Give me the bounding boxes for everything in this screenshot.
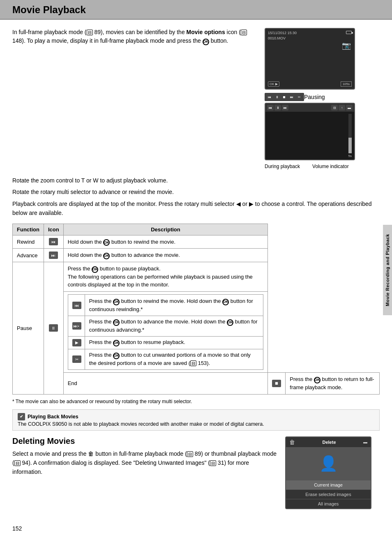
sub-rewind-icon: ⏮ <box>72 302 81 309</box>
para-controls: Playback controls are displayed at the t… <box>12 199 380 218</box>
table-row: ⏭▸ Press the OK button to advance the mo… <box>68 316 263 337</box>
icon-advance: ⏭ <box>44 249 63 262</box>
camera-timestamp: 15/11/2012 15:30 <box>268 31 297 35</box>
icon-end: ⏹ <box>268 373 286 394</box>
pb-pause-icon: ⏸ <box>274 105 281 111</box>
function-table: Function Icon Description Rewind ⏮ Hold … <box>12 224 380 395</box>
menu-item-current[interactable]: Current image <box>286 480 371 489</box>
pause-icon: ⏸ <box>274 94 280 100</box>
para-rotate: Rotate the rotary multi selector to adva… <box>12 187 380 196</box>
movie-options-icon: 📷 <box>342 41 351 50</box>
menu-item-all[interactable]: All images <box>286 499 371 508</box>
pause-control-bar: ⏮ ⏸ ⏹ ⏭ ✂ <box>265 93 304 101</box>
rewind-icon-box: ⏮ <box>49 238 58 245</box>
icon-pause: ⏸ <box>44 262 63 395</box>
table-row: ⏮ Press the OK button to rewind the movi… <box>68 294 263 316</box>
table-row: Advance ⏭ Hold down the OK button to adv… <box>13 249 380 262</box>
table-row: Pause ⏸ Press the OK button to pause pla… <box>13 262 380 292</box>
table-header-row: Function Icon Description <box>13 224 380 235</box>
delete-section: Deleting Movies Select a movie and press… <box>12 436 380 509</box>
dialog-person-icon: 👤 <box>319 455 338 472</box>
delete-text: Deleting Movies Select a movie and press… <box>12 436 277 477</box>
page-header: Movie Playback <box>0 0 392 20</box>
sub-cut-icon: ✂ <box>72 355 81 363</box>
intro-para1: In full-frame playback mode (⊟ 89), movi… <box>12 28 256 45</box>
col-icon: Icon <box>44 224 63 235</box>
intro-text: In full-frame playback mode (⊟ 89), movi… <box>12 28 256 169</box>
pb-advance-icon: ⏭ <box>282 105 288 111</box>
sub-icon1: ⏮ <box>68 294 85 316</box>
func-advance: Advance <box>13 249 44 262</box>
dialog-image-area: 👤 <box>286 447 371 480</box>
volume-indicator-label: Volume indicator <box>312 164 349 169</box>
note-text: The COOLPIX S9050 is not able to playbac… <box>18 421 374 427</box>
col-function: Function <box>13 224 44 235</box>
playback-top-controls: ⏮ ⏸ ⏭ ⊟ ↑ ▬ <box>265 104 354 112</box>
volume-bar <box>348 114 352 153</box>
camera-images-area: 15/11/2012 15:30 0010.MOV 📷 OK ▶ 105s ⏮ … <box>265 28 380 169</box>
scissors-icon: ✂ <box>296 94 302 100</box>
sub-icon3: ▶ <box>68 337 85 349</box>
note-title: Playing Back Movies <box>28 414 78 420</box>
para-volume: Rotate the zoom control to T or W to adj… <box>12 176 380 185</box>
delete-title: Deleting Movies <box>12 436 277 446</box>
stop-icon: ⏹ <box>281 94 288 100</box>
desc-end: Press the OK button to return to full-fr… <box>286 373 380 394</box>
sub-desc3: Press the OK button to resume playback. <box>85 337 263 349</box>
note-title-row: ✔ Playing Back Movies <box>18 413 374 420</box>
advance-icon: ⏭ <box>288 94 295 100</box>
sidebar-label: Movie Recording and Playback <box>385 234 390 306</box>
note-box: ✔ Playing Back Movies The COOLPIX S9050 … <box>12 409 380 431</box>
table-row: ⏮ Press the OK button to rewind the movi… <box>13 291 380 373</box>
battery-icon <box>346 31 352 34</box>
dialog-header: 🗑 Delete ▬ <box>286 437 371 447</box>
camera-filename: 0010.MOV <box>268 36 286 40</box>
sub-desc1: Press the OK button to rewind the movie.… <box>85 294 263 316</box>
sub-play-icon: ▶ <box>72 339 81 346</box>
menu-item-erase-selected[interactable]: Erase selected images <box>286 489 371 499</box>
pb-battery: ▬ <box>346 105 353 111</box>
func-rewind: Rewind <box>13 235 44 249</box>
main-content: In full-frame playback mode (⊟ 89), movi… <box>0 20 392 517</box>
advance-icon-box: ⏭ <box>49 252 58 259</box>
func-pause: Pause <box>13 262 44 395</box>
camera-screen-top: 15/11/2012 15:30 0010.MOV 📷 OK ▶ 105s <box>265 28 355 90</box>
table-row: ✂ Press the OK button to cut unwanted po… <box>68 349 263 370</box>
camera-bottom-bar: OK ▶ 105s <box>265 81 354 87</box>
sub-advance-icon: ⏭▸ <box>72 322 81 330</box>
pb-rewind-icon: ⏮ <box>267 105 274 111</box>
pause-icon-box: ⏸ <box>49 324 58 332</box>
rewind-icon: ⏮ <box>266 94 273 100</box>
sub-icon4: ✂ <box>68 349 85 370</box>
note-check-icon: ✔ <box>18 413 25 420</box>
table-row: End ⏹ Press the OK button to return to f… <box>13 373 380 394</box>
func-end: End <box>63 373 268 394</box>
footnote: * The movie can also be advanced or rewo… <box>12 399 380 404</box>
playback-screen: ⏮ ⏸ ⏭ ⊟ ↑ ▬ 5s <box>265 103 355 160</box>
delete-para: Select a movie and press the 🗑 button in… <box>12 449 277 477</box>
end-icon-box: ⏹ <box>272 380 281 387</box>
pausing-label: Pausing <box>304 94 325 100</box>
table-row: Rewind ⏮ Hold down the OK button to rewi… <box>13 235 380 249</box>
desc-pause-main: Press the OK button to pause playback. T… <box>63 262 268 292</box>
sub-icon2: ⏭▸ <box>68 316 85 337</box>
page-number: 152 <box>12 525 22 532</box>
playback-screen-labels: During playback Volume indicator <box>265 164 349 169</box>
volume-fill <box>348 138 352 153</box>
desc-rewind: Hold down the OK button to rewind the mo… <box>63 235 268 249</box>
page-num-text: 152 <box>12 525 22 532</box>
sidebar-label-container: Movie Recording and Playback <box>383 225 392 315</box>
page-title: Movie Playback <box>12 4 380 16</box>
dialog-title: Delete <box>322 440 336 445</box>
pb-right-controls: ⊟ ↑ ▬ <box>331 105 353 111</box>
top-section: In full-frame playback mode (⊟ 89), movi… <box>12 28 380 169</box>
dialog-menu: Current image Erase selected images All … <box>286 480 371 508</box>
table-row: ▶ Press the OK button to resume playback… <box>68 337 263 349</box>
desc-advance: Hold down the OK button to advance the m… <box>63 249 268 262</box>
time-remaining: 5s <box>348 154 352 158</box>
mid-section: Rotate the zoom control to T or W to adj… <box>12 176 380 218</box>
during-playback-label: During playback <box>265 164 300 169</box>
sub-desc4: Press the OK button to cut unwanted port… <box>85 349 263 370</box>
dialog-battery-icon: ▬ <box>363 440 367 444</box>
col-description: Description <box>63 224 268 235</box>
